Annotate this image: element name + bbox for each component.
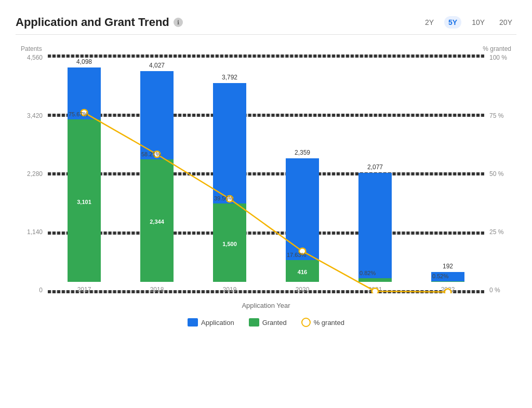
y-axis-right-label: % granted [483, 45, 511, 52]
y-tick-pct-50: 50 % [489, 171, 511, 177]
bar-group-2017: 4,09875.67%3,1012017 [68, 58, 101, 293]
bar-application-2021 [358, 173, 392, 282]
bar-group-2022: 1920.52%2022 [431, 263, 464, 293]
y-tick-pct-100: 100 % [489, 55, 511, 61]
bar-pct-label-2018: 58.21% [141, 151, 161, 157]
bar-app-label-2018: 4,027 [149, 62, 165, 69]
legend-pct-granted: % granted [301, 318, 344, 327]
y-tick-pct-0: 0 % [489, 287, 511, 293]
y-axis-right: 0 % 25 % 50 % 75 % 100 % [484, 55, 511, 293]
header-divider [16, 34, 516, 35]
bar-granted-2022 [431, 281, 464, 282]
bar-pct-label-2017: 75.67% [69, 111, 88, 117]
y-tick-2280: 2,280 [21, 171, 43, 177]
bar-pct-label-2020: 17.63% [287, 252, 306, 258]
bar-group-2018: 4,02758.21%2,3442018 [140, 62, 174, 293]
info-icon[interactable]: ℹ [174, 18, 183, 27]
bar-pct-label-2022: 0.52% [432, 273, 448, 279]
legend-granted-label: Granted [262, 319, 287, 327]
x-label-2021: 2021 [368, 286, 382, 293]
chart-container: Application and Grant Trend ℹ 2Y 5Y 10Y … [0, 0, 532, 408]
bar-app-label-2022: 192 [443, 263, 453, 270]
bars-row: 4,09875.67%3,10120174,02758.21%2,3442018… [48, 55, 484, 293]
title-area: Application and Grant Trend ℹ [16, 16, 183, 29]
bar-granted-value-2019: 1,500 [213, 241, 246, 247]
chart-inner: 0 1,140 2,280 3,420 4,560 4,09875.67%3,1… [16, 55, 516, 293]
bar-app-label-2020: 2,359 [295, 149, 310, 156]
y-axis-left-label: Patents [21, 45, 42, 52]
bar-pct-label-2021: 0.82% [360, 270, 376, 276]
bar-app-label-2017: 4,098 [76, 58, 92, 65]
legend-pct-swatch [301, 318, 311, 327]
bar-granted-value-2017: 3,101 [68, 199, 101, 205]
header-row: Application and Grant Trend ℹ 2Y 5Y 10Y … [16, 16, 516, 29]
y-tick-pct-25: 25 % [489, 229, 511, 235]
x-label-2019: 2019 [223, 286, 237, 293]
legend-application: Application [188, 318, 234, 327]
y-axis-left: 0 1,140 2,280 3,420 4,560 [21, 55, 48, 293]
bar-group-2021: 2,0770.82%2021 [358, 164, 392, 293]
y-tick-1140: 1,140 [21, 229, 43, 235]
bar-group-2020: 2,35917.63%4162020 [286, 149, 319, 293]
x-label-2017: 2017 [77, 286, 91, 293]
y-tick-3420: 3,420 [21, 113, 43, 119]
legend-application-label: Application [201, 319, 234, 327]
legend-application-swatch [188, 318, 198, 327]
bar-app-label-2019: 3,792 [222, 74, 237, 81]
y-tick-0: 0 [21, 287, 43, 293]
x-axis-title: Application Year [16, 302, 516, 309]
bars-and-grid: 4,09875.67%3,10120174,02758.21%2,3442018… [48, 55, 484, 293]
legend-granted-swatch [249, 318, 259, 327]
time-filter-20y[interactable]: 20Y [495, 16, 516, 29]
legend-pct-label: % granted [314, 319, 344, 327]
legend-granted: Granted [249, 318, 287, 327]
time-filter-10y[interactable]: 10Y [468, 16, 489, 29]
y-tick-pct-75: 75 % [489, 113, 511, 119]
chart-title: Application and Grant Trend [16, 16, 169, 29]
time-filter-2y[interactable]: 2Y [421, 16, 438, 29]
bar-pct-label-2019: 39.56% [214, 195, 233, 201]
y-tick-4560: 4,560 [21, 55, 43, 61]
x-label-2020: 2020 [296, 286, 310, 293]
time-filter-5y[interactable]: 5Y [444, 16, 461, 29]
x-label-2018: 2018 [150, 286, 164, 293]
time-filters: 2Y 5Y 10Y 20Y [421, 16, 516, 29]
bar-app-label-2021: 2,077 [367, 164, 383, 171]
x-label-2022: 2022 [441, 286, 455, 293]
legend-area: Application Granted % granted [16, 318, 516, 327]
bar-granted-value-2018: 2,344 [140, 219, 174, 225]
bar-granted-2021 [358, 278, 392, 282]
axis-labels-row: Patents % granted [16, 45, 516, 52]
bar-group-2019: 3,79239.56%1,5002019 [213, 74, 246, 293]
bar-granted-value-2020: 416 [286, 269, 319, 275]
